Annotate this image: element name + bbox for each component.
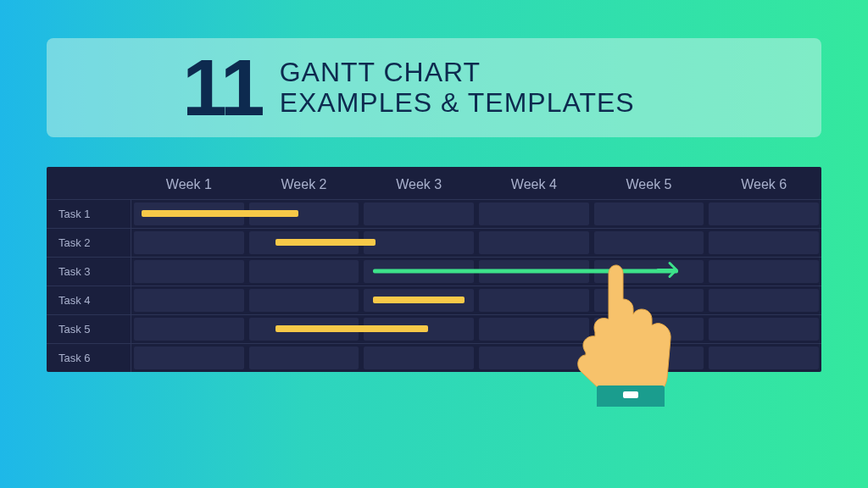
- task-label: Task 1: [47, 200, 131, 228]
- cell: [594, 202, 704, 225]
- week-label: Week 3: [361, 177, 476, 192]
- cell: [134, 347, 244, 369]
- header-spacer: [47, 177, 131, 192]
- title-line-2: EXAMPLES & TEMPLATES: [280, 87, 635, 119]
- task-label: Task 5: [47, 315, 131, 343]
- gantt-row: Task 4: [47, 286, 821, 314]
- gantt-row: Task 2: [47, 228, 821, 257]
- cell: [709, 347, 819, 369]
- cell: [249, 289, 359, 312]
- title-line-1: GANTT CHART: [280, 57, 635, 88]
- week-label: Week 4: [476, 177, 592, 192]
- title-banner: 11 GANTT CHART EXAMPLES & TEMPLATES: [47, 38, 821, 137]
- cell: [709, 231, 819, 254]
- cell: [479, 231, 589, 254]
- cell: [709, 260, 819, 283]
- gantt-row: Task 5: [47, 314, 821, 343]
- task-label: Task 6: [47, 344, 131, 372]
- cell: [134, 231, 244, 254]
- cell: [709, 318, 819, 341]
- cell: [134, 318, 244, 341]
- svg-rect-1: [623, 391, 638, 398]
- gantt-bar: [142, 210, 298, 217]
- cell: [364, 202, 474, 225]
- title-text: GANTT CHART EXAMPLES & TEMPLATES: [280, 57, 635, 119]
- week-label: Week 5: [592, 177, 707, 192]
- cell: [364, 231, 474, 254]
- gantt-header: Week 1 Week 2 Week 3 Week 4 Week 5 Week …: [47, 167, 821, 199]
- pointing-hand-icon: [567, 258, 686, 410]
- gantt-row: Task 1: [47, 199, 821, 228]
- title-number: 11: [182, 53, 259, 122]
- cell: [134, 289, 244, 312]
- gantt-row: Task 3: [47, 257, 821, 286]
- task-label: Task 2: [47, 229, 131, 257]
- gantt-chart: Week 1 Week 2 Week 3 Week 4 Week 5 Week …: [47, 167, 821, 372]
- task-label: Task 4: [47, 286, 131, 314]
- gantt-bar: [373, 297, 465, 303]
- gantt-row: Task 6: [47, 343, 821, 372]
- cell: [709, 289, 819, 312]
- gantt-bar: [275, 239, 376, 246]
- task-label: Task 3: [47, 258, 131, 286]
- cell: [709, 202, 819, 225]
- cell: [249, 347, 359, 369]
- gantt-bar: [275, 325, 428, 332]
- week-label: Week 2: [247, 177, 362, 192]
- cell: [364, 347, 474, 369]
- cell: [479, 202, 589, 225]
- cell: [134, 260, 244, 283]
- week-label: Week 1: [131, 177, 247, 192]
- cell: [594, 231, 704, 254]
- cell: [249, 260, 359, 283]
- week-label: Week 6: [706, 177, 821, 192]
